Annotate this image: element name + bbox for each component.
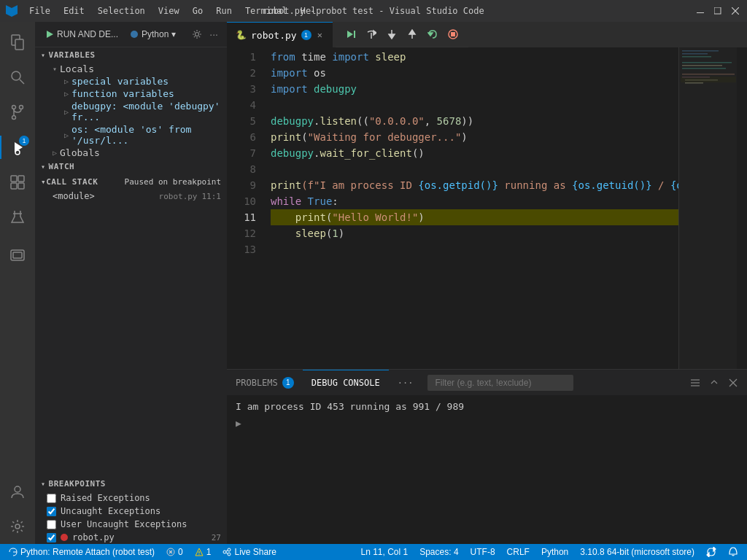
run-debug-button[interactable]: RUN AND DE...	[41, 28, 123, 41]
debug-console-label: DEBUG CONSOLE	[311, 378, 380, 388]
watch-header[interactable]: ▾ WATCH	[35, 159, 227, 174]
restore-button[interactable]	[712, 5, 724, 17]
continue-button[interactable]	[341, 26, 360, 42]
os-variable-item[interactable]: ▷ os: <module 'os' from '/usr/l...	[35, 123, 227, 147]
menu-file[interactable]: File	[23, 4, 56, 18]
live-share-item[interactable]: Live Share	[220, 547, 279, 557]
testing-activity-icon[interactable]	[0, 200, 35, 235]
code-line-9[interactable]: print (f"I am process ID {os.getpid()} r…	[271, 177, 678, 193]
python-selector[interactable]: Python ▾	[125, 28, 180, 41]
svg-rect-0	[697, 12, 704, 13]
remote-activity-icon[interactable]	[0, 238, 35, 273]
code-line-8[interactable]	[271, 161, 678, 177]
spaces-label: Spaces: 4	[419, 547, 458, 557]
search-activity-icon[interactable]	[0, 60, 35, 95]
explorer-activity-icon[interactable]	[0, 25, 35, 60]
code-line-12[interactable]: sleep ( 1 )	[271, 225, 678, 241]
robot-py-tab[interactable]: 🐍 robot.py 1 ✕	[227, 22, 333, 47]
extensions-activity-icon[interactable]	[0, 165, 35, 200]
locals-item[interactable]: ▾ Locals	[35, 63, 227, 75]
panel-close-icon[interactable]	[725, 376, 741, 389]
panel-list-icon[interactable]	[687, 376, 703, 389]
svg-point-8	[12, 106, 16, 109]
notification-icon-item[interactable]	[725, 547, 741, 557]
errors-count: 0	[178, 547, 183, 557]
globals-item[interactable]: ▷ Globals	[35, 147, 227, 159]
minimize-button[interactable]	[694, 5, 706, 17]
line-num-5: 5	[227, 113, 256, 129]
debugpy-variable-item[interactable]: ▷ debugpy: <module 'debugpy' fr...	[35, 100, 227, 123]
debug-badge: 1	[19, 136, 29, 146]
code-line-5[interactable]: debugpy . listen (( "0.0.0.0" , 5678 ))	[271, 113, 678, 129]
code-line-6[interactable]: print ( "Waiting for debugger..." )	[271, 129, 678, 145]
settings-activity-icon[interactable]	[0, 509, 35, 544]
user-uncaught-exceptions-checkbox[interactable]	[47, 520, 56, 529]
python-file-icon: 🐍	[236, 30, 247, 40]
problems-tab[interactable]: PROBLEMS 1	[227, 370, 303, 395]
robot-py-line: 27	[212, 533, 221, 542]
robot-py-checkbox[interactable]	[47, 533, 56, 542]
svg-rect-15	[18, 176, 24, 182]
menu-edit[interactable]: Edit	[58, 4, 90, 18]
line-ending-label: CRLF	[507, 547, 530, 557]
code-line-3[interactable]: import debugpy	[271, 81, 678, 97]
panel-collapse-icon[interactable]	[706, 376, 722, 389]
more-button[interactable]: ···	[206, 27, 221, 42]
step-over-button[interactable]	[362, 26, 381, 42]
restart-button[interactable]	[423, 26, 442, 42]
code-line-4[interactable]	[271, 97, 678, 113]
special-variables-item[interactable]: ▷ special variables	[35, 75, 227, 88]
encoding-item[interactable]: UTF-8	[468, 547, 498, 557]
menu-view[interactable]: View	[152, 4, 185, 18]
position-item[interactable]: Ln 11, Col 1	[357, 547, 411, 557]
code-line-2[interactable]: import os	[271, 65, 678, 81]
debug-console-tab[interactable]: DEBUG CONSOLE	[303, 370, 389, 395]
code-line-11[interactable]: ▶ print ( "Hello World!" )	[271, 209, 678, 225]
sync-icon-item[interactable]	[703, 547, 719, 557]
code-line-1[interactable]: from time import sleep	[271, 49, 678, 65]
svg-point-25	[196, 33, 199, 36]
python-version-item[interactable]: 3.10.8 64-bit (microsoft store)	[577, 547, 697, 557]
variables-header[interactable]: ▾ VARIABLES	[35, 47, 227, 63]
tab-close-icon[interactable]: ✕	[316, 28, 324, 42]
source-control-activity-icon[interactable]	[0, 95, 35, 130]
run-debug-activity-icon[interactable]: 1	[0, 130, 35, 165]
warnings-item[interactable]: 1	[192, 547, 214, 557]
console-input[interactable]	[247, 418, 738, 429]
user-uncaught-exceptions-item: User Uncaught Exceptions	[35, 518, 227, 531]
svg-point-61	[223, 551, 226, 553]
line-num-3: 3	[227, 81, 256, 97]
code-line-7[interactable]: debugpy . wait_for_client ()	[271, 145, 678, 161]
menu-run[interactable]: Run	[210, 4, 238, 18]
line-num-11: 11	[227, 209, 256, 225]
svg-point-9	[12, 116, 16, 120]
menu-go[interactable]: Go	[187, 4, 209, 18]
account-activity-icon[interactable]	[0, 474, 35, 509]
code-content[interactable]: from time import sleep import os import …	[265, 47, 678, 369]
remote-status-item[interactable]: Python: Remote Attach (robot test)	[6, 547, 158, 557]
code-line-10[interactable]: while True :	[271, 193, 678, 209]
code-editor[interactable]: 1 2 3 4 5 6 7 8 9 10 11 12 13 from time	[227, 47, 747, 369]
svg-marker-23	[47, 31, 53, 38]
callstack-header[interactable]: ▾ CALL STACK Paused on breakpoint	[35, 174, 227, 190]
spaces-item[interactable]: Spaces: 4	[417, 547, 461, 557]
menu-selection[interactable]: Selection	[92, 4, 151, 18]
raised-exceptions-checkbox[interactable]	[47, 494, 56, 503]
svg-point-6	[12, 71, 20, 80]
callstack-frame-item[interactable]: <module> robot.py 11:1	[35, 190, 227, 203]
function-variables-item[interactable]: ▷ function variables	[35, 88, 227, 100]
code-line-13[interactable]	[271, 241, 678, 257]
panel-filter-input[interactable]	[427, 375, 573, 391]
stop-button[interactable]	[444, 26, 462, 42]
step-out-button[interactable]	[403, 26, 422, 42]
gear-button[interactable]	[189, 27, 205, 42]
errors-item[interactable]: 0	[163, 547, 186, 557]
uncaught-exceptions-checkbox[interactable]	[47, 507, 56, 516]
close-button[interactable]	[729, 5, 741, 17]
breakpoints-header[interactable]: ▾ BREAKPOINTS	[35, 476, 227, 491]
panel-more-tab[interactable]: ···	[389, 370, 422, 395]
language-item[interactable]: Python	[538, 547, 571, 557]
line-ending-item[interactable]: CRLF	[504, 547, 533, 557]
step-into-button[interactable]	[382, 26, 401, 42]
frame-line: 11:1	[202, 192, 222, 201]
